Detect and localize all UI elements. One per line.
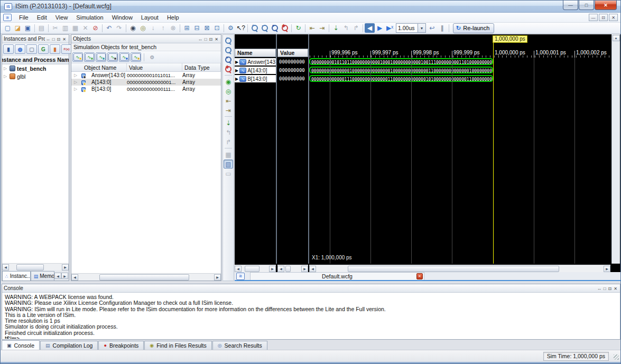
show-inputs-icon[interactable]: ∿ (72, 52, 83, 62)
menu-edit[interactable]: Edit (33, 13, 51, 22)
undo-icon[interactable]: ↶ (104, 23, 114, 33)
tab-breakpoints[interactable]: ●Breakpoints (98, 341, 144, 350)
cascade-windows-icon[interactable]: ⊞ (182, 23, 192, 33)
arrow-down-icon[interactable]: ↓ (148, 23, 158, 33)
scroll-thumb[interactable] (285, 266, 291, 272)
run-time-value[interactable]: 1.00us (396, 23, 418, 33)
wave-canvas[interactable]: X1: 1,000,000 ps 00000000010110110000000… (309, 34, 610, 264)
maximize-panel-icon[interactable]: □ (603, 286, 607, 291)
wave-canvas-hscrollbar[interactable]: ◀ ▶ (309, 265, 610, 272)
paste-icon[interactable]: ▦ (70, 23, 80, 33)
scroll-right-icon[interactable]: ▶ (214, 274, 221, 281)
instances-horizontal-scrollbar[interactable]: ◀▶ (2, 263, 69, 270)
show-internals-icon[interactable]: ∿ (107, 52, 118, 62)
instances-column-header[interactable]: Instance and Process Name (2, 55, 69, 64)
wave-name-row-B[interactable]: ▶∿B[143:0] (235, 75, 276, 82)
delete-icon[interactable]: ✕ (80, 23, 90, 33)
menu-view[interactable]: View (51, 13, 72, 22)
tab-default-wcfg[interactable]: Default.wcfg ✕ (250, 272, 424, 280)
scroll-left-icon[interactable]: ◀ (235, 266, 242, 272)
next-marker-icon[interactable]: ↱ (224, 137, 233, 146)
close-panel-icon[interactable]: ✕ (613, 286, 618, 291)
zoom-full-icon[interactable]: ● (270, 23, 280, 33)
console-output[interactable]: WARNING: A WEBPACK license was found.WAR… (3, 293, 619, 339)
tab-scroll-right-icon[interactable]: ▶ (61, 273, 68, 279)
measure-marker-icon[interactable]: ▭ (224, 169, 233, 178)
refresh-tree-icon[interactable]: G (38, 44, 49, 54)
maximize-panel-icon[interactable]: □ (51, 37, 56, 42)
maximize-button[interactable]: □ (579, 1, 594, 10)
mdi-minimize-button[interactable]: — (589, 14, 598, 21)
redo-icon[interactable]: ↷ (114, 23, 124, 33)
tile-horizontal-icon[interactable]: ⊟ (192, 23, 202, 33)
wave-name-row-Answer[interactable]: ▶∿Answer[143 (235, 58, 276, 66)
tab-find-in-files-results[interactable]: ◉Find in Files Results (144, 341, 211, 350)
scroll-thumb[interactable] (99, 274, 189, 281)
scroll-left-icon[interactable]: ◀ (309, 266, 316, 272)
wrench-icon[interactable]: ⚙ (226, 23, 236, 33)
expand-icon[interactable]: ▷ (74, 73, 78, 78)
pause-icon[interactable]: ∥ (437, 23, 447, 33)
run-for-time-icon[interactable]: ▶ˣ (385, 23, 395, 33)
float-panel-icon[interactable]: ⊡ (607, 286, 613, 291)
save-icon[interactable]: ▣ (23, 23, 33, 33)
scroll-right-icon[interactable]: ▶ (62, 264, 69, 270)
snap-to-transition-icon[interactable]: ⇣ (224, 118, 233, 127)
prev-marker-icon[interactable]: ↰ (224, 128, 233, 137)
float-panel-icon[interactable]: ⊡ (56, 37, 62, 42)
wave-name-column-header[interactable]: Name (235, 49, 276, 57)
show-constants-icon[interactable]: ∿ (119, 52, 129, 62)
column-value[interactable]: Value (127, 63, 182, 72)
instance-filter-icon[interactable]: ▮ (3, 44, 14, 54)
objects-horizontal-scrollbar[interactable]: ◀▶ (71, 273, 221, 281)
menu-window[interactable]: Window (108, 13, 137, 22)
show-drivers-icon[interactable]: ▦ (224, 150, 233, 159)
detach-panel-icon[interactable]: ↔ (596, 286, 603, 291)
combo-dropdown-icon[interactable]: ▼ (418, 23, 426, 33)
scroll-left-icon[interactable]: ◀ (71, 274, 78, 281)
tab-scroll-left-icon[interactable]: ◀ (54, 273, 61, 279)
copy-icon[interactable]: ▥ (60, 23, 70, 33)
run-icon[interactable]: ▶ (375, 23, 385, 33)
run-all-icon[interactable]: ⇣ (331, 23, 341, 33)
stop-icon[interactable]: ⊘ (90, 23, 100, 33)
wave-name-splitter[interactable] (276, 34, 277, 264)
minimize-button[interactable]: — (563, 1, 578, 10)
zoom-out-icon[interactable]: − (259, 23, 270, 33)
goto-time-start-icon[interactable]: ⇤ (224, 96, 233, 105)
next-transition-icon[interactable]: ◎ (224, 87, 233, 96)
goto-time-end-icon[interactable]: ⇥ (224, 106, 233, 115)
wave-zoom-cursor-icon[interactable]: ◆ (224, 64, 233, 73)
expand-triangle-icon[interactable]: ▶ (235, 60, 238, 64)
scroll-thumb[interactable] (16, 264, 44, 270)
detach-panel-icon[interactable]: ↔ (45, 37, 51, 42)
new-file-icon[interactable]: ▢ (3, 23, 13, 33)
menu-help[interactable]: Help (163, 13, 183, 22)
goto-start-icon[interactable]: ⇤ (307, 23, 317, 33)
column-object-name[interactable]: Object Name (71, 63, 127, 72)
wave-cursor-line[interactable] (493, 43, 494, 264)
open-file-icon[interactable]: ◪ (13, 23, 23, 33)
expand-icon[interactable]: ▷ (4, 66, 8, 71)
zoom-in-icon[interactable]: + (249, 23, 259, 33)
scroll-thumb[interactable] (348, 266, 559, 272)
maximize-panel-icon[interactable]: □ (203, 37, 208, 42)
function-filter-icon[interactable]: F(x) (61, 44, 72, 54)
close-tab-icon[interactable]: ✕ (416, 273, 423, 279)
wave-zoom-full-icon[interactable]: ● (224, 55, 233, 64)
scroll-thumb[interactable] (245, 266, 259, 272)
cut-icon[interactable]: ✂ (50, 23, 60, 33)
run-time-combo[interactable]: 1.00us▼ (396, 23, 426, 33)
component-filter-icon[interactable]: ▮ (50, 44, 60, 54)
show-inouts-icon[interactable]: ∿ (96, 52, 106, 62)
scroll-left-icon[interactable]: ◀ (2, 264, 9, 270)
object-row-B[interactable]: ▷∿B[143:0]0000000000000111...Array (71, 86, 221, 92)
clear-icon[interactable]: ⊗ (168, 23, 178, 33)
scroll-right-icon[interactable]: ▶ (604, 266, 610, 272)
find-icon[interactable]: ◉ (128, 23, 138, 33)
panel-tab-Memo[interactable]: ▤Memo (31, 271, 54, 281)
zoom-to-cursor-icon[interactable]: ◆ (280, 23, 290, 33)
wave-vertical-scrollbar[interactable]: ▲ (611, 34, 620, 264)
close-button[interactable]: ✕ (595, 1, 617, 10)
scroll-up-icon[interactable]: ▲ (613, 35, 620, 41)
